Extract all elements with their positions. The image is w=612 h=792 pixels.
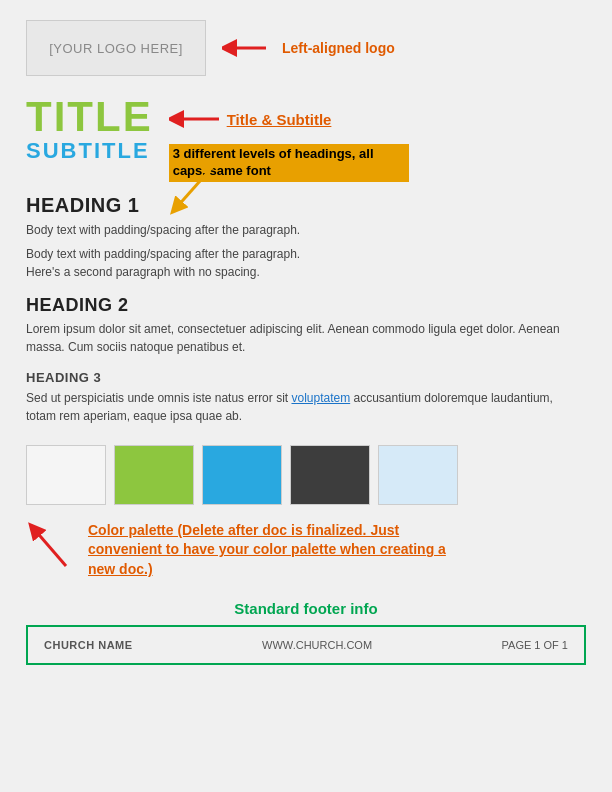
heading-1: HEADING 1 <box>26 194 586 217</box>
title-row: TITLE SUBTITLE Title & Subtitle 3 differ… <box>26 96 586 182</box>
swatch-green <box>114 445 194 505</box>
voluptatem-link[interactable]: voluptatem <box>291 391 350 405</box>
svg-line-5 <box>176 163 216 208</box>
color-swatches <box>26 445 458 505</box>
logo-placeholder: [YOUR LOGO HERE] <box>26 20 206 76</box>
arrow-to-headings-icon <box>166 158 226 218</box>
swatch-white <box>26 445 106 505</box>
body-text-3a: Sed ut perspiciatis unde omnis iste natu… <box>26 389 586 425</box>
footer-website: WWW.CHURCH.COM <box>262 639 372 651</box>
swatch-lightblue <box>378 445 458 505</box>
body-text-1b: Body text with padding/spacing after the… <box>26 245 586 281</box>
logo-annotation: Left-aligned logo <box>282 40 395 56</box>
arrow-to-title-icon <box>169 104 219 134</box>
document-title: TITLE <box>26 96 153 138</box>
swatch-blue <box>202 445 282 505</box>
footer-church-name: CHURCH NAME <box>44 639 133 651</box>
logo-row: [YOUR LOGO HERE] Left-aligned logo <box>26 20 586 76</box>
arrow-to-logo-icon <box>222 37 266 59</box>
footer-annotation-text: Standard footer info <box>234 600 377 617</box>
document-subtitle: SUBTITLE <box>26 138 153 164</box>
palette-annotation: Color palette (Delete after doc is final… <box>88 521 448 580</box>
title-annotation: Title & Subtitle <box>227 111 332 128</box>
body-text-1a: Body text with padding/spacing after the… <box>26 221 586 239</box>
heading-3: HEADING 3 <box>26 370 586 385</box>
heading-2: HEADING 2 <box>26 295 586 316</box>
footer-page-number: PAGE 1 OF 1 <box>502 639 568 651</box>
svg-line-7 <box>34 529 66 566</box>
title-block: TITLE SUBTITLE <box>26 96 153 164</box>
content-area: HEADING 1 Body text with padding/spacing… <box>26 194 586 425</box>
palette-section: Color palette (Delete after doc is final… <box>26 445 586 580</box>
arrow-to-palette-icon <box>26 521 76 571</box>
logo-text: [YOUR LOGO HERE] <box>49 41 183 56</box>
swatch-dark <box>290 445 370 505</box>
body-text-2a: Lorem ipsum dolor sit amet, consectetuer… <box>26 320 586 356</box>
footer-bar: CHURCH NAME WWW.CHURCH.COM PAGE 1 OF 1 <box>26 625 586 665</box>
footer-annotation-area: Standard footer info <box>26 600 586 617</box>
